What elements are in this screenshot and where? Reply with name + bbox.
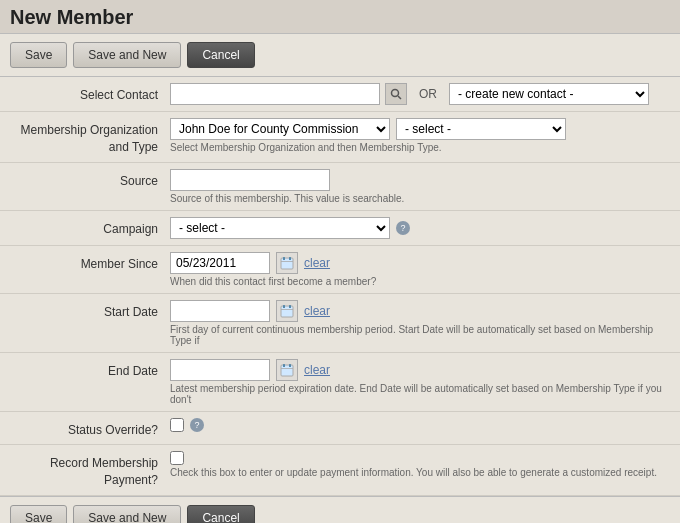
top-toolbar: Save Save and New Cancel <box>0 34 680 77</box>
source-content: Source of this membership. This value is… <box>170 169 670 204</box>
record-payment-row: Record Membership Payment? Check this bo… <box>0 445 680 496</box>
end-date-input[interactable] <box>170 359 270 381</box>
save-button-top[interactable]: Save <box>10 42 67 68</box>
save-and-new-button-top[interactable]: Save and New <box>73 42 181 68</box>
or-label: OR <box>419 87 437 101</box>
select-contact-row: Select Contact OR - create new contact - <box>0 77 680 112</box>
select-contact-content: OR - create new contact - <box>170 83 670 105</box>
select-contact-input[interactable] <box>170 83 380 105</box>
cancel-button-top[interactable]: Cancel <box>187 42 254 68</box>
end-date-calendar-icon[interactable] <box>276 359 298 381</box>
campaign-select[interactable]: - select - <box>170 217 390 239</box>
start-date-row: Start Date clear First day of current co… <box>0 294 680 353</box>
start-date-content: clear First day of current continuous me… <box>170 300 670 346</box>
svg-rect-11 <box>283 364 285 367</box>
source-input[interactable] <box>170 169 330 191</box>
member-since-clear[interactable]: clear <box>304 256 330 270</box>
svg-rect-3 <box>283 257 285 260</box>
campaign-help-icon[interactable]: ? <box>396 221 410 235</box>
svg-rect-2 <box>281 258 293 269</box>
start-date-clear[interactable]: clear <box>304 304 330 318</box>
member-since-input[interactable]: 05/23/2011 <box>170 252 270 274</box>
end-date-hint: Latest membership period expiration date… <box>170 383 670 405</box>
svg-rect-7 <box>283 305 285 308</box>
membership-org-content: John Doe for County Commission - select … <box>170 118 670 153</box>
start-date-input[interactable] <box>170 300 270 322</box>
member-since-content: 05/23/2011 clear When did this contact f… <box>170 252 670 287</box>
end-date-label: End Date <box>10 359 170 380</box>
end-date-row: End Date clear Latest membership period … <box>0 353 680 412</box>
member-since-calendar-icon[interactable] <box>276 252 298 274</box>
record-payment-content: Check this box to enter or update paymen… <box>170 451 670 478</box>
bottom-toolbar: Save Save and New Cancel <box>0 496 680 523</box>
status-override-content: ? <box>170 418 670 432</box>
record-payment-label: Record Membership Payment? <box>10 451 170 489</box>
source-row: Source Source of this membership. This v… <box>0 163 680 211</box>
search-icon[interactable] <box>385 83 407 105</box>
svg-rect-12 <box>289 364 291 367</box>
membership-type-select[interactable]: - select - <box>396 118 566 140</box>
cancel-button-bottom[interactable]: Cancel <box>187 505 254 523</box>
start-date-calendar-icon[interactable] <box>276 300 298 322</box>
membership-org-label: Membership Organization and Type <box>10 118 170 156</box>
status-override-row: Status Override? ? <box>0 412 680 446</box>
membership-org-row: Membership Organization and Type John Do… <box>0 112 680 163</box>
campaign-row: Campaign - select - ? <box>0 211 680 246</box>
form-area: Select Contact OR - create new contact -… <box>0 77 680 496</box>
membership-org-select[interactable]: John Doe for County Commission <box>170 118 390 140</box>
record-payment-hint: Check this box to enter or update paymen… <box>170 467 670 478</box>
svg-line-1 <box>398 96 401 99</box>
save-and-new-button-bottom[interactable]: Save and New <box>73 505 181 523</box>
status-override-help-icon[interactable]: ? <box>190 418 204 432</box>
svg-rect-10 <box>281 365 293 376</box>
member-since-row: Member Since 05/23/2011 clear When did t… <box>0 246 680 294</box>
record-payment-checkbox[interactable] <box>170 451 184 465</box>
membership-org-hint: Select Membership Organization and then … <box>170 142 670 153</box>
start-date-label: Start Date <box>10 300 170 321</box>
svg-point-0 <box>392 90 399 97</box>
source-hint: Source of this membership. This value is… <box>170 193 670 204</box>
status-override-label: Status Override? <box>10 418 170 439</box>
page-title: New Member <box>0 0 680 34</box>
source-label: Source <box>10 169 170 190</box>
svg-rect-8 <box>289 305 291 308</box>
select-contact-label: Select Contact <box>10 83 170 104</box>
status-override-checkbox[interactable] <box>170 418 184 432</box>
svg-rect-6 <box>281 306 293 317</box>
start-date-hint: First day of current continuous membersh… <box>170 324 670 346</box>
member-since-label: Member Since <box>10 252 170 273</box>
campaign-label: Campaign <box>10 217 170 238</box>
end-date-clear[interactable]: clear <box>304 363 330 377</box>
save-button-bottom[interactable]: Save <box>10 505 67 523</box>
end-date-content: clear Latest membership period expiratio… <box>170 359 670 405</box>
campaign-content: - select - ? <box>170 217 670 239</box>
create-contact-select[interactable]: - create new contact - <box>449 83 649 105</box>
svg-rect-4 <box>289 257 291 260</box>
member-since-hint: When did this contact first become a mem… <box>170 276 670 287</box>
